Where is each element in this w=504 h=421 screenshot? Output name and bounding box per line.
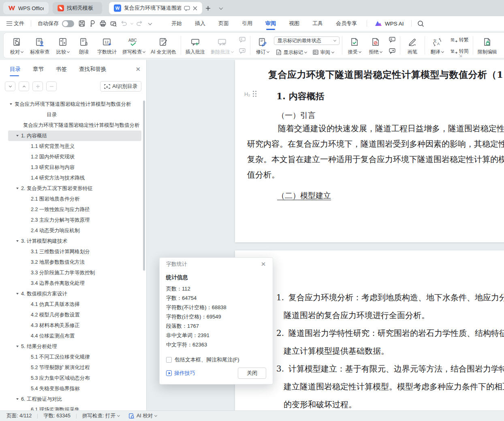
drag-handle-icon[interactable]: [253, 91, 257, 97]
toc-item[interactable]: 复合应力环境下隧道围岩稳定性计算模型与数值分析 ...: [8, 120, 141, 130]
chevron-down-icon[interactable]: [16, 398, 19, 400]
toc-item[interactable]: 4.2 模型几何参数设置: [8, 310, 141, 320]
toc-item[interactable]: 1.1 研究背景与意义: [8, 141, 141, 152]
redo-button[interactable]: [134, 19, 145, 28]
spell-check-status[interactable]: 拼写检查: 打开: [82, 412, 120, 419]
delete-comment-button[interactable]: 删除批注: [208, 34, 236, 57]
autosave-control[interactable]: 自动保存: [35, 20, 77, 27]
toc-item[interactable]: 目录: [8, 109, 141, 120]
wps-ai-button[interactable]: WPS AI: [371, 20, 407, 27]
toc-item[interactable]: 3.3 分阶段施工力学等效控制: [8, 267, 141, 278]
checkbox-unchecked[interactable]: [166, 357, 172, 363]
restrict-editing-button[interactable]: 限制编辑: [475, 34, 500, 57]
ai-polish-button[interactable]: AI 全文润色: [148, 34, 179, 57]
toc-item[interactable]: 5.4 失稳变形临界指标: [8, 383, 141, 394]
toc-item[interactable]: 复合应力环境下隧道围岩稳定性计算模型与数值分析: [8, 99, 141, 109]
zoom-in-button[interactable]: [32, 81, 43, 91]
document-page-1[interactable]: H₂ 复合应力环境下隧道围岩稳定性计算模型与数值分析（1） 1. 内容概括 （一…: [235, 60, 504, 242]
toc-item[interactable]: 2.2 一致性效应与应力路径: [8, 204, 141, 215]
ai-proofread-status[interactable]: AI 校对: [128, 412, 157, 419]
chevron-down-icon[interactable]: [10, 103, 12, 105]
toc-item[interactable]: 2.4 动态受力响应机制: [8, 225, 141, 236]
new-tab-button[interactable]: [203, 3, 213, 13]
toc-item[interactable]: 1.2 国内外研究现状: [8, 152, 141, 162]
toc-item[interactable]: 3.1 三维数值计算网格划分: [8, 246, 141, 257]
print-preview-button[interactable]: [108, 19, 119, 28]
sidebar-tab[interactable]: 章节: [33, 60, 44, 79]
toc-item[interactable]: 2. 复合受力工况下围岩变形特征: [8, 183, 141, 194]
toc-item[interactable]: 2.1 围岩地质条件分析: [8, 194, 141, 204]
toc-item[interactable]: 3.2 地层参数数值化方法: [8, 257, 141, 267]
toc-item[interactable]: 3.4 边界条件离散化处理: [8, 278, 141, 289]
chevron-down-icon[interactable]: [16, 346, 19, 347]
toc-item[interactable]: 5.3 应力集中区域动态分布: [8, 373, 141, 383]
toc-item[interactable]: 5.1 不同工况位移变化规律: [8, 352, 141, 362]
collapse-all-button[interactable]: [19, 81, 29, 91]
toc-item[interactable]: 3. 计算模型构建技术: [8, 236, 141, 246]
toc-item[interactable]: 4.3 材料本构关系修正: [8, 320, 141, 331]
pen-button[interactable]: 画笔: [402, 34, 423, 57]
comment-bubble-icon[interactable]: [184, 6, 190, 11]
compare-button[interactable]: 比较: [52, 34, 73, 57]
toc-item[interactable]: 6. 工程验证与对比: [8, 394, 141, 404]
menu-tab[interactable]: 会员专享: [330, 16, 363, 31]
insert-comment-button[interactable]: 插入批注: [183, 34, 208, 57]
undo-dropdown[interactable]: [129, 19, 134, 28]
chevron-down-icon[interactable]: [16, 135, 19, 137]
undo-button[interactable]: [119, 19, 129, 28]
standard-review-button[interactable]: 标准审查: [27, 34, 52, 57]
menu-tab[interactable]: 插入: [189, 16, 211, 31]
toc-item[interactable]: 5. 结果分析处理: [8, 341, 141, 352]
operation-tips-link[interactable]: 操作技巧: [166, 370, 195, 377]
chevron-down-icon[interactable]: [16, 293, 19, 295]
next-change-button[interactable]: [387, 46, 397, 56]
translate-button[interactable]: 文A 翻译: [427, 34, 448, 57]
menu-tab[interactable]: 页面: [213, 16, 235, 31]
toc-item[interactable]: 1.3 研究目标与内容: [8, 162, 141, 173]
include-footnotes-option[interactable]: 包括文本框、脚注和尾注(F): [166, 356, 266, 363]
previous-comment-button[interactable]: [237, 35, 248, 45]
tab-wps-office[interactable]: WPS Office: [3, 2, 49, 14]
accept-button[interactable]: 接受: [344, 34, 365, 57]
sidebar-scrollbar[interactable]: [143, 100, 145, 271]
revise-button[interactable]: 修订: [252, 34, 273, 57]
next-comment-button[interactable]: [237, 46, 248, 56]
search-button[interactable]: [416, 19, 426, 28]
simplified-to-traditional-button[interactable]: 简 转繁: [448, 35, 470, 45]
save-button[interactable]: [77, 19, 87, 28]
toc-item[interactable]: 4.1 仿真工具版本选择: [8, 299, 141, 310]
tab-current-document[interactable]: W 复合应力环境下隧道围岩稳定: [109, 2, 202, 14]
expand-all-button[interactable]: [5, 81, 15, 91]
print-button[interactable]: [98, 19, 108, 28]
dialog-launcher-icon[interactable]: ⇲: [459, 53, 462, 58]
proofread-button[interactable]: 校对: [6, 34, 27, 57]
word-count-indicator[interactable]: 字数: 63345: [43, 412, 70, 419]
show-markup-button[interactable]: 显示标记: [274, 47, 308, 57]
page-indicator[interactable]: 页面: 4/112: [6, 412, 32, 419]
tab-list-dropdown[interactable]: [216, 3, 226, 13]
export-pdf-button[interactable]: [87, 19, 98, 28]
file-menu[interactable]: 文件: [4, 20, 27, 27]
word-count-button[interactable]: 12 字数统计: [94, 34, 120, 57]
zoom-out-button[interactable]: [46, 81, 57, 91]
review-pane-button[interactable]: 审阅: [311, 47, 335, 57]
tab-docer-templates[interactable]: 找稻壳模板: [53, 2, 102, 14]
read-aloud-button[interactable]: 朗读: [73, 34, 94, 57]
menu-tab[interactable]: 视图: [283, 16, 305, 31]
autosave-toggle[interactable]: [62, 20, 74, 27]
close-icon[interactable]: [193, 6, 197, 11]
ai-recognize-toc-button[interactable]: A AI识别目录: [100, 81, 141, 92]
menu-tab[interactable]: 工具: [307, 16, 329, 31]
previous-change-button[interactable]: [387, 35, 397, 45]
markup-state-select[interactable]: 显示标记的最终状态: [274, 36, 340, 45]
toc-item[interactable]: 6.1 现场监测数据采集: [8, 404, 141, 410]
toc-item[interactable]: 1.4 研究方法与技术路线: [8, 173, 141, 183]
close-icon[interactable]: ✕: [259, 261, 268, 268]
sidebar-tab[interactable]: 书签: [56, 60, 67, 79]
close-button[interactable]: 关闭: [238, 368, 266, 379]
menu-tab[interactable]: 引用: [236, 16, 258, 31]
document-permission-button[interactable]: 文档: [500, 34, 504, 57]
toc-item[interactable]: 2.3 主应力分解与等效原理: [8, 215, 141, 225]
toc-item[interactable]: 4.4 位移监测点布置: [8, 331, 141, 341]
chevron-down-icon[interactable]: [16, 240, 19, 242]
